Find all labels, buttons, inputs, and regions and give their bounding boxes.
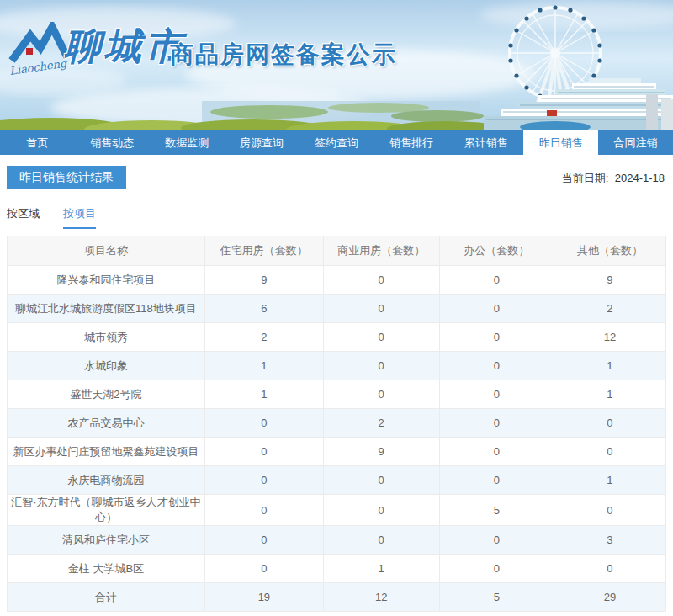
count-cell: 0 [439, 466, 554, 495]
table-row: 新区办事处闫庄预留地聚鑫苑建设项目0900 [8, 438, 666, 466]
count-cell: 0 [554, 409, 665, 438]
count-cell: 0 [323, 266, 439, 295]
count-cell: 0 [204, 555, 323, 583]
tab-0[interactable]: 按区域 [7, 206, 40, 227]
count-cell: 1 [554, 352, 665, 380]
nav-item-2[interactable]: 数据监测 [150, 130, 225, 155]
column-header-1: 住宅用房（套数） [204, 236, 323, 266]
project-name-cell: 合计 [8, 583, 205, 612]
count-cell: 0 [439, 380, 554, 409]
project-name-cell: 隆兴泰和园住宅项目 [8, 266, 205, 295]
count-cell: 12 [554, 323, 665, 352]
count-cell: 0 [323, 352, 439, 380]
count-cell: 1 [554, 380, 665, 409]
site-title: 商品房网签备案公示 [170, 39, 397, 71]
count-cell: 2 [323, 409, 439, 438]
count-cell: 1 [204, 352, 323, 380]
current-date-value: 2024-1-18 [615, 172, 665, 184]
count-cell: 0 [554, 438, 665, 466]
count-cell: 0 [323, 380, 439, 409]
sales-table: 项目名称住宅用房（套数）商业用房（套数）办公（套数）其他（套数） 隆兴泰和园住宅… [7, 236, 666, 612]
total-row: 合计1912529 [8, 583, 666, 612]
count-cell: 0 [323, 295, 439, 323]
table-row: 金柱 大学城B区0100 [8, 555, 666, 583]
count-cell: 2 [204, 323, 323, 352]
count-cell: 0 [204, 526, 323, 555]
project-name-cell: 盛世天湖2号院 [8, 380, 205, 409]
table-row: 城市领秀20012 [8, 323, 666, 352]
count-cell: 0 [204, 438, 323, 466]
count-cell: 5 [439, 583, 554, 612]
count-cell: 0 [554, 555, 665, 583]
count-cell: 0 [439, 352, 554, 380]
table-row: 聊城江北水城旅游度假区118地块项目6002 [8, 295, 666, 323]
project-name-cell: 永庆电商物流园 [8, 466, 205, 495]
nav-item-5[interactable]: 销售排行 [374, 130, 448, 155]
nav-item-6[interactable]: 累计销售 [448, 130, 523, 155]
count-cell: 29 [554, 583, 665, 612]
table-row: 水城印象1001 [8, 352, 666, 380]
project-name-cell: 聊城江北水城旅游度假区118地块项目 [8, 295, 205, 323]
table-row: 永庆电商物流园0001 [8, 466, 666, 495]
nav-item-4[interactable]: 签约查询 [299, 130, 374, 155]
project-name-cell: 城市领秀 [8, 323, 205, 352]
count-cell: 0 [323, 466, 439, 495]
project-name-cell: 清风和庐住宅小区 [8, 526, 205, 555]
count-cell: 0 [323, 495, 439, 526]
count-cell: 1 [554, 466, 665, 495]
project-name-cell: 水城印象 [8, 352, 205, 380]
title-row: 昨日销售统计结果 当前日期: 2024-1-18 [7, 166, 666, 189]
project-name-cell: 金柱 大学城B区 [8, 555, 205, 583]
table-header: 项目名称住宅用房（套数）商业用房（套数）办公（套数）其他（套数） [8, 236, 666, 266]
table-row: 汇智·东方时代（聊城市返乡人才创业中心）0050 [8, 495, 666, 526]
table-row: 隆兴泰和园住宅项目9009 [8, 266, 666, 295]
count-cell: 0 [439, 295, 554, 323]
count-cell: 0 [554, 495, 665, 526]
column-header-4: 其他（套数） [554, 236, 665, 266]
nav-item-8[interactable]: 合同注销 [598, 130, 673, 155]
logo-text: Liaocheng [8, 56, 68, 77]
view-tabs: 按区域按项目 [7, 206, 666, 226]
count-cell: 0 [204, 466, 323, 495]
column-header-2: 商业用房（套数） [323, 236, 439, 266]
count-cell: 1 [323, 555, 439, 583]
project-name-cell: 汇智·东方时代（聊城市返乡人才创业中心） [8, 495, 205, 526]
table-row: 清风和庐住宅小区0003 [8, 526, 666, 555]
count-cell: 1 [204, 380, 323, 409]
brand-name: 聊城市 [64, 22, 185, 72]
project-name-cell: 新区办事处闫庄预留地聚鑫苑建设项目 [8, 438, 205, 466]
count-cell: 0 [439, 409, 554, 438]
column-header-0: 项目名称 [8, 236, 205, 266]
count-cell: 0 [439, 555, 554, 583]
nav-item-0[interactable]: 首页 [0, 130, 75, 155]
current-date-label: 当前日期: [562, 172, 609, 184]
count-cell: 0 [204, 409, 323, 438]
count-cell: 0 [439, 526, 554, 555]
nav-item-1[interactable]: 销售动态 [75, 130, 150, 155]
count-cell: 12 [323, 583, 439, 612]
main-nav: 首页销售动态数据监测房源查询签约查询销售排行累计销售昨日销售合同注销 [0, 130, 673, 155]
count-cell: 5 [439, 495, 554, 526]
count-cell: 0 [323, 323, 439, 352]
count-cell: 3 [554, 526, 665, 555]
count-cell: 0 [439, 266, 554, 295]
count-cell: 6 [204, 295, 323, 323]
count-cell: 0 [439, 323, 554, 352]
count-cell: 0 [204, 495, 323, 526]
count-cell: 9 [204, 266, 323, 295]
nav-item-7[interactable]: 昨日销售 [523, 130, 598, 155]
table-row: 盛世天湖2号院1001 [8, 380, 666, 409]
project-name-cell: 农产品交易中心 [8, 409, 205, 438]
header-banner: Liaocheng 聊城市 商品房网签备案公示 [0, 0, 673, 130]
current-date: 当前日期: 2024-1-18 [562, 171, 665, 186]
nav-item-3[interactable]: 房源查询 [225, 130, 299, 155]
table-row: 农产品交易中心0200 [8, 409, 666, 438]
count-cell: 0 [323, 526, 439, 555]
liaocheng-logo: Liaocheng [8, 22, 69, 81]
page-title: 昨日销售统计结果 [7, 166, 126, 189]
count-cell: 9 [323, 438, 439, 466]
count-cell: 9 [554, 266, 665, 295]
count-cell: 0 [439, 438, 554, 466]
count-cell: 19 [204, 583, 323, 612]
tab-1[interactable]: 按项目 [63, 206, 96, 229]
